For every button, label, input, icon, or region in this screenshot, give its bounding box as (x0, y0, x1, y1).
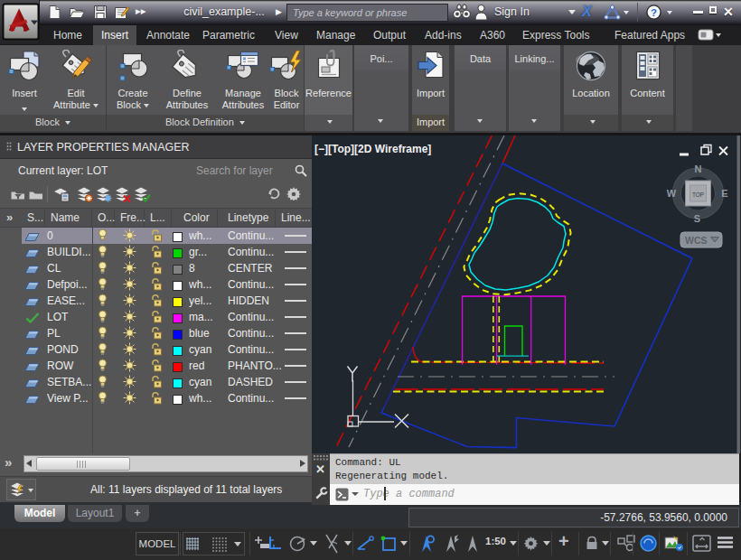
svg-text:W: W (667, 188, 677, 199)
svg-text:E: E (721, 188, 727, 199)
svg-text:TOP: TOP (692, 191, 704, 198)
svg-text:?: ? (651, 7, 657, 18)
svg-text:WCS: WCS (685, 235, 708, 246)
svg-text:S: S (694, 213, 700, 224)
svg-text:N: N (695, 163, 702, 174)
svg-text:[−][Top][2D Wireframe]: [−][Top][2D Wireframe] (314, 143, 431, 155)
